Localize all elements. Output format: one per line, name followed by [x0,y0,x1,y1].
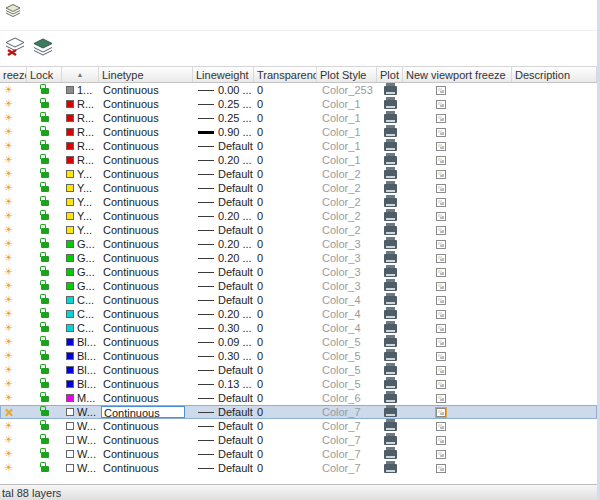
transparency-value[interactable]: 0 [254,125,317,139]
printer-icon[interactable] [384,114,397,123]
new-vp-freeze-icon[interactable] [436,282,446,291]
unlock-icon[interactable] [41,326,49,332]
layer-row[interactable]: ☀M...ContinuousDefault0Color_6 [0,391,597,405]
transparency-value[interactable]: 0 [254,251,317,265]
printer-icon[interactable] [384,184,397,193]
linetype-value[interactable]: Continuous [103,349,159,363]
new-vp-freeze-icon[interactable] [436,380,446,389]
unlock-icon[interactable] [41,214,49,220]
layer-row[interactable]: ☀Bl...Continuous0.13 ...0Color_5 [0,377,597,391]
lineweight-value[interactable]: Default [218,195,253,209]
color-swatch[interactable] [66,184,74,192]
column-header-description[interactable]: Description [512,67,597,82]
new-vp-freeze-icon[interactable] [436,114,446,123]
transparency-value[interactable]: 0 [254,139,317,153]
lineweight-value[interactable]: Default [218,419,253,433]
color-swatch[interactable] [66,268,74,276]
color-swatch[interactable] [66,142,74,150]
printer-icon[interactable] [384,240,397,249]
unlock-icon[interactable] [41,88,49,94]
color-swatch[interactable] [66,254,74,262]
unlock-icon[interactable] [41,382,49,388]
linetype-value[interactable]: Continuous [103,335,159,349]
lineweight-value[interactable]: Default [218,181,253,195]
description-value[interactable] [512,97,597,111]
description-value[interactable] [512,167,597,181]
new-vp-freeze-icon[interactable] [436,436,446,445]
transparency-value[interactable]: 0 [254,237,317,251]
new-vp-freeze-icon[interactable] [436,156,446,165]
color-swatch[interactable] [66,324,74,332]
transparency-value[interactable]: 0 [254,223,317,237]
description-value[interactable] [512,223,597,237]
linetype-value[interactable]: Continuous [103,125,159,139]
layer-row[interactable]: ☀Y...Continuous0.20 ...0Color_2 [0,209,597,223]
freeze-sun-icon[interactable]: ☀ [4,463,13,473]
layer-row[interactable]: ☀R...Continuous0.25 ...0Color_1 [0,111,597,125]
linetype-value[interactable]: Continuous [103,181,159,195]
color-swatch[interactable] [66,310,74,318]
lineweight-value[interactable]: 0.30 ... [218,321,252,335]
transparency-value[interactable]: 0 [254,111,317,125]
description-value[interactable] [512,139,597,153]
freeze-sun-icon[interactable]: ☀ [4,155,13,165]
new-vp-freeze-icon[interactable] [436,198,446,207]
linetype-value[interactable]: Continuous [103,433,159,447]
column-header-lineweight[interactable]: Lineweight [193,67,254,82]
printer-icon[interactable] [384,338,397,347]
printer-icon[interactable] [384,212,397,221]
transparency-value[interactable]: 0 [254,307,317,321]
color-swatch[interactable] [66,408,74,416]
new-vp-freeze-icon[interactable] [436,226,446,235]
lineweight-value[interactable]: Default [218,363,253,377]
transparency-value[interactable]: 0 [254,349,317,363]
new-vp-freeze-icon[interactable] [436,86,446,95]
freeze-sun-icon[interactable]: ☀ [4,169,13,179]
lineweight-value[interactable]: Default [218,447,253,461]
transparency-value[interactable]: 0 [254,335,317,349]
transparency-value[interactable]: 0 [254,391,317,405]
printer-icon[interactable] [384,310,397,319]
column-header-lock[interactable]: Lock [27,67,62,82]
transparency-value[interactable]: 0 [254,405,317,419]
new-vp-freeze-icon[interactable] [436,142,446,151]
new-vp-freeze-icon[interactable] [436,422,446,431]
freeze-sun-icon[interactable]: ☀ [4,323,13,333]
color-swatch[interactable] [66,380,74,388]
color-swatch[interactable] [66,282,74,290]
column-header-color[interactable]: ▲ [62,67,99,82]
freeze-sun-icon[interactable]: ☀ [4,295,13,305]
color-swatch[interactable] [66,226,74,234]
new-vp-freeze-icon[interactable] [436,184,446,193]
unlock-icon[interactable] [41,116,49,122]
layer-states-button[interactable] [31,36,55,60]
linetype-value[interactable]: Continuous [103,377,159,391]
layer-row[interactable]: W...ContinuousDefault0Color_7 [0,405,597,419]
transparency-value[interactable]: 0 [254,181,317,195]
column-header-linetype[interactable]: Linetype [99,67,193,82]
unlock-icon[interactable] [41,158,49,164]
printer-icon[interactable] [384,366,397,375]
new-vp-freeze-icon[interactable] [436,310,446,319]
printer-icon[interactable] [384,170,397,179]
freeze-sun-icon[interactable]: ☀ [4,337,13,347]
new-vp-freeze-icon[interactable] [436,268,446,277]
linetype-value[interactable]: Continuous [103,139,159,153]
unlock-icon[interactable] [41,144,49,150]
printer-icon[interactable] [384,86,397,95]
transparency-value[interactable]: 0 [254,293,317,307]
printer-icon[interactable] [384,296,397,305]
linetype-value[interactable]: Continuous [103,195,159,209]
new-vp-freeze-icon[interactable] [436,408,446,417]
layer-row[interactable]: ☀G...ContinuousDefault0Color_3 [0,265,597,279]
printer-icon[interactable] [384,254,397,263]
column-header-new_vp_freeze[interactable]: New viewport freeze [403,67,512,82]
printer-icon[interactable] [384,226,397,235]
lineweight-value[interactable]: Default [218,167,253,181]
freeze-sun-icon[interactable]: ☀ [4,113,13,123]
lineweight-value[interactable]: 0.25 ... [218,97,252,111]
linetype-value[interactable]: Continuous [101,406,185,418]
printer-icon[interactable] [384,450,397,459]
lineweight-value[interactable]: Default [218,139,253,153]
layer-row[interactable]: ☀W...ContinuousDefault0Color_7 [0,461,597,475]
